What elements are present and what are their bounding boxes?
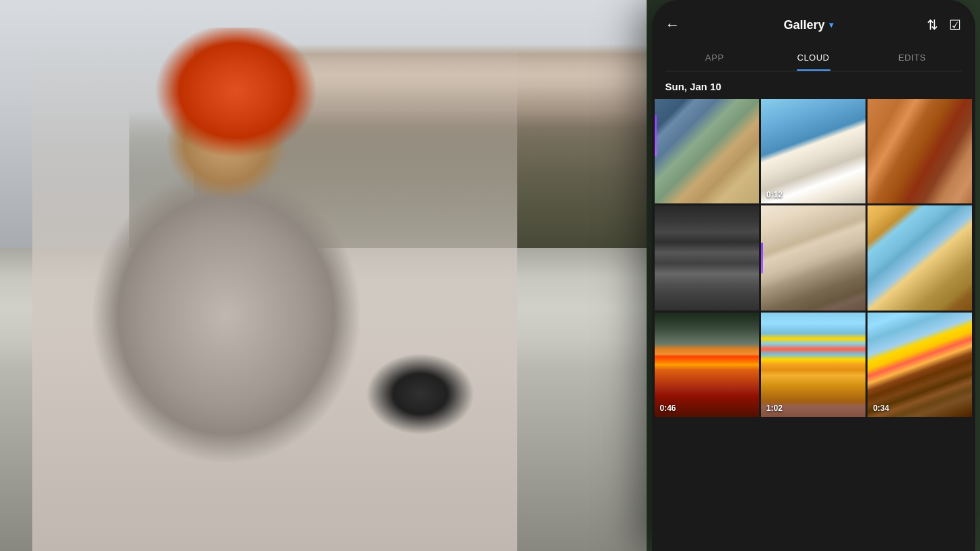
header-icons: ⇅ ☑ [927,17,961,33]
tab-edits[interactable]: EDITS [863,44,962,71]
accent-line-1 [655,115,657,156]
sort-icon[interactable]: ⇅ [927,17,938,33]
grid-item-6[interactable] [868,205,972,310]
tab-bar: APP CLOUD EDITS [665,44,962,71]
dropdown-arrow-icon[interactable]: ▾ [829,20,833,30]
duration-9: 0:34 [873,403,889,413]
phone-header: ← Gallery ▾ ⇅ ☑ APP CLOUD EDITS [652,0,975,71]
duration-8: 1:02 [766,403,783,413]
duration-2: 0:12 [766,190,783,199]
background-photo [0,0,647,551]
grid-item-3[interactable] [868,99,972,203]
select-icon[interactable]: ☑ [949,17,961,33]
accent-line-2 [761,242,763,274]
date-section-header: Sun, Jan 10 [652,71,975,99]
media-grid: 0:12 0:46 [655,99,973,417]
tab-app[interactable]: APP [665,44,764,71]
phone-screen: ← Gallery ▾ ⇅ ☑ APP CLOUD EDITS Sun, Jan… [652,0,975,551]
grid-item-2[interactable]: 0:12 [761,99,865,203]
grid-item-9[interactable]: 0:34 [868,313,972,417]
gallery-title-container: Gallery ▾ [783,18,832,32]
back-button[interactable]: ← [665,16,690,34]
grid-item-7[interactable]: 0:46 [655,313,759,417]
gallery-title-text: Gallery [783,18,824,32]
phone-mockup: ← Gallery ▾ ⇅ ☑ APP CLOUD EDITS Sun, Jan… [647,0,980,551]
grid-item-5[interactable] [761,205,865,310]
tab-cloud[interactable]: CLOUD [764,44,863,71]
media-grid-area: 0:12 0:46 [652,99,975,551]
grid-item-4[interactable] [655,205,759,310]
grid-item-1[interactable] [655,99,759,203]
duration-7: 0:46 [660,403,676,413]
grid-item-8[interactable]: 1:02 [761,313,865,417]
